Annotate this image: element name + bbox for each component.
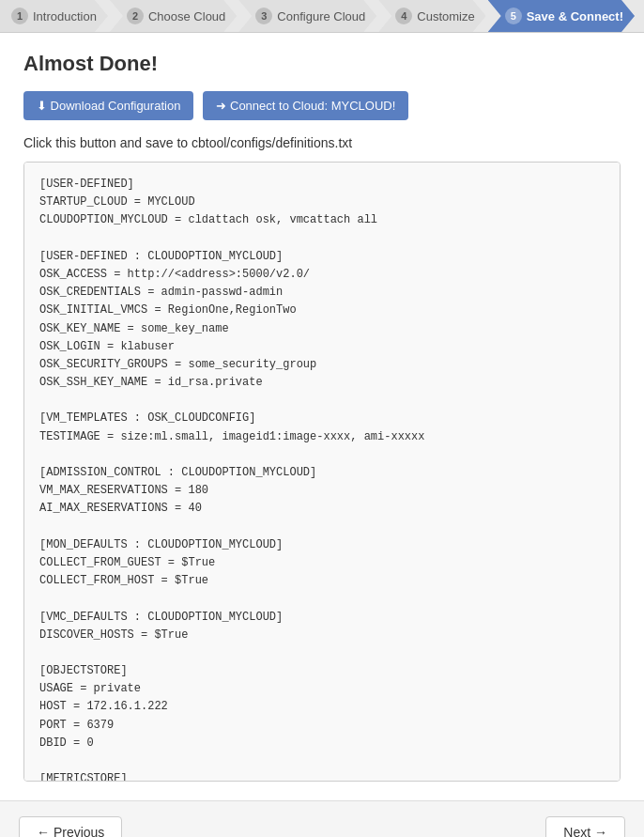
step-num-3: 3 [255, 8, 272, 24]
action-buttons: ⬇ Download Configuration ➜ Connect to Cl… [23, 91, 621, 120]
breadcrumb-nav: 1 Introduction 2 Choose Cloud 3 Configur… [0, 0, 644, 33]
config-text-box: [USER-DEFINED] STARTUP_CLOUD = MYCLOUD C… [23, 162, 621, 782]
breadcrumb-label-customize: Customize [417, 9, 474, 23]
breadcrumb-label-intro: Introduction [33, 9, 97, 23]
step-num-5: 5 [505, 8, 522, 24]
connect-to-cloud-button[interactable]: ➜ Connect to Cloud: MYCLOUD! [203, 91, 408, 120]
breadcrumb-label-configure-cloud: Configure Cloud [277, 9, 365, 23]
breadcrumb-label-save-connect: Save & Connect! [527, 9, 623, 23]
step-num-4: 4 [395, 8, 412, 24]
step-num-1: 1 [11, 8, 28, 24]
breadcrumb-item-save-connect[interactable]: 5 Save & Connect! [488, 0, 635, 32]
next-button[interactable]: Next → [545, 816, 625, 837]
instructions-text: Click this button and save to cbtool/con… [23, 135, 621, 150]
breadcrumb-item-intro[interactable]: 1 Introduction [0, 0, 108, 32]
main-content: Almost Done! ⬇ Download Configuration ➜ … [0, 33, 644, 800]
breadcrumb-label-choose-cloud: Choose Cloud [148, 9, 225, 23]
previous-button[interactable]: ← Previous [19, 816, 122, 837]
footer-nav: ← Previous Next → [0, 800, 644, 837]
breadcrumb-item-choose-cloud[interactable]: 2 Choose Cloud [110, 0, 237, 32]
download-configuration-button[interactable]: ⬇ Download Configuration [23, 91, 193, 120]
breadcrumb-item-customize[interactable]: 4 Customize [378, 0, 485, 32]
breadcrumb-item-configure-cloud[interactable]: 3 Configure Cloud [238, 0, 376, 32]
page-title: Almost Done! [23, 52, 621, 76]
step-num-2: 2 [127, 8, 144, 24]
